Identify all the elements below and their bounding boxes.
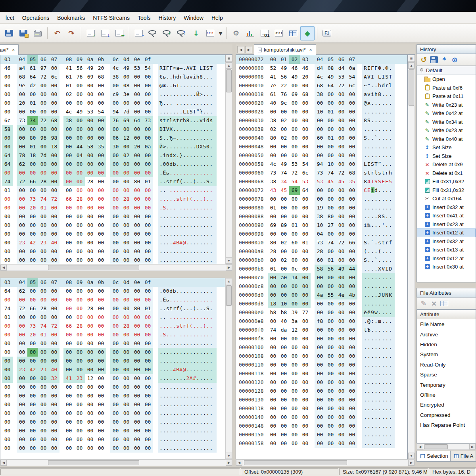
hex-byte[interactable]: 00 (336, 422, 347, 430)
hex-byte[interactable]: 00 (110, 296, 121, 304)
hex-byte[interactable]: 00 (2, 212, 13, 221)
hex-byte[interactable]: 00 (63, 435, 74, 444)
hex-byte[interactable]: 00 (110, 256, 121, 264)
hex-byte[interactable]: 00 (142, 134, 153, 142)
hex-byte[interactable]: 00 (268, 142, 278, 151)
hex-byte[interactable]: 10 (325, 160, 336, 169)
hex-byte[interactable]: 00 (85, 256, 96, 264)
hex-byte[interactable]: 00 (336, 430, 347, 439)
hex-byte[interactable]: 00 (289, 195, 300, 203)
ascii-column[interactable]: LIST”... (362, 160, 395, 169)
hex-byte[interactable]: 00 (121, 221, 132, 230)
horizontal-scrollbar[interactable] (0, 459, 232, 466)
hex-byte[interactable]: 00 (300, 221, 311, 230)
hex-byte[interactable]: 62 (17, 160, 27, 169)
hex-byte[interactable]: 00 (142, 374, 153, 383)
hex-byte[interactable]: 80 (27, 134, 38, 142)
hex-byte[interactable]: 00 (96, 330, 106, 339)
history-item[interactable]: ✎Write 0x34 at (417, 118, 476, 127)
hex-byte[interactable]: 00 (132, 400, 142, 409)
hex-byte[interactable]: 00 (85, 287, 96, 296)
hex-byte[interactable]: 00 (347, 343, 357, 352)
hex-byte[interactable]: 00 (2, 296, 13, 304)
hex-byte[interactable]: 00 (27, 392, 38, 400)
ascii-column[interactable]: .00db........... (158, 287, 217, 296)
hex-byte[interactable]: 00 (38, 348, 49, 357)
hex-byte[interactable]: 00 (27, 247, 38, 256)
hex-byte[interactable]: 00 (74, 435, 85, 444)
hex-byte[interactable]: 00 (132, 221, 142, 230)
import-document-icon[interactable]: ↓ (98, 26, 112, 40)
hex-byte[interactable]: 00 (132, 134, 142, 142)
hex-byte[interactable]: 68 (315, 81, 325, 90)
hex-byte[interactable]: 00 (49, 99, 60, 107)
ascii-column[interactable]: avih8... (362, 90, 395, 99)
hex-byte[interactable]: 64 (325, 81, 336, 90)
hex-byte[interactable]: 01 (2, 313, 13, 322)
hex-byte[interactable]: 00 (121, 212, 132, 221)
hex-byte[interactable]: 73 (27, 322, 38, 330)
ascii-column[interactable]: RIFF¤a–.AVI LIST (158, 64, 217, 73)
hex-byte[interactable]: a0 (278, 273, 289, 282)
hex-byte[interactable]: 61 (268, 90, 278, 99)
hex-byte[interactable]: 00 (300, 369, 311, 378)
ascii-column[interactable]: ................ (158, 221, 217, 230)
hex-byte[interactable]: 00 (27, 374, 38, 383)
scrollbar-thumb[interactable] (409, 69, 414, 106)
hex-byte[interactable]: 49 (85, 64, 96, 73)
history-item[interactable]: Insert 0x12 at (417, 228, 476, 237)
ascii-column[interactable]: Ѕ.`.strf (362, 238, 395, 247)
hex-byte[interactable]: 00 (347, 369, 357, 378)
hex-byte[interactable]: 00 (289, 107, 300, 116)
fa-delete-icon[interactable]: × (429, 299, 439, 308)
hex-byte[interactable]: 00 (336, 326, 347, 334)
ascii-column[interactable]: ........ (362, 422, 395, 430)
hex-byte[interactable]: 00 (268, 343, 278, 352)
hex-byte[interactable]: 68 (347, 169, 357, 177)
hex-byte[interactable]: 28 (268, 247, 278, 256)
hex-byte[interactable]: 00 (142, 400, 153, 409)
hex-byte[interactable]: 00 (17, 330, 27, 339)
hex-byte[interactable]: 00 (121, 409, 132, 418)
hex-byte[interactable]: 00 (2, 238, 13, 247)
hex-byte[interactable]: 00 (2, 365, 13, 374)
hex-byte[interactable]: 00 (63, 357, 74, 365)
menu-history[interactable]: History (155, 13, 180, 23)
hex-byte[interactable]: 00 (74, 169, 85, 177)
hex-byte[interactable]: 00 (278, 107, 289, 116)
hex-byte[interactable]: 00 (85, 418, 96, 426)
attribute-row[interactable]: File Name (417, 319, 476, 329)
hex-byte[interactable]: 00 (268, 422, 278, 430)
hex-byte[interactable]: 00 (315, 439, 325, 448)
attribute-row[interactable]: Encrypted (417, 400, 476, 410)
hex-byte[interactable]: 00 (49, 230, 60, 238)
hex-byte[interactable]: 00 (110, 230, 121, 238)
hex-byte[interactable]: 38 (315, 90, 325, 99)
hex-byte[interactable]: 61 (63, 73, 74, 81)
hex-byte[interactable]: 00 (300, 395, 311, 404)
hex-byte[interactable]: 00 (17, 221, 27, 230)
hex-byte[interactable]: 00 (38, 296, 49, 304)
hex-byte[interactable]: 00 (300, 247, 311, 256)
hex-pane-bottom-left[interactable]: 030405060708090a0b0c0d0e0f64620000000000… (0, 278, 225, 459)
hex-byte[interactable]: 18 (27, 151, 38, 160)
hex-byte[interactable]: 00 (110, 304, 121, 313)
hex-byte[interactable]: 00 (63, 99, 74, 107)
hex-byte[interactable]: 00 (96, 374, 106, 383)
hex-byte[interactable]: 00 (268, 378, 278, 387)
hex-byte[interactable]: 72 (336, 238, 347, 247)
hex-byte[interactable]: 00 (49, 247, 60, 256)
hex-byte[interactable]: 00 (49, 64, 60, 73)
scroll-right-icon[interactable] (469, 444, 476, 449)
hex-byte[interactable]: 00 (27, 444, 38, 453)
ascii-column[interactable]: ................ (158, 348, 217, 357)
pane-splitter[interactable] (0, 271, 232, 278)
hex-byte[interactable]: 00 (142, 256, 153, 264)
menu-bookmarks[interactable]: Bookmarks (53, 13, 89, 23)
hex-byte[interactable]: 00 (49, 444, 60, 453)
hex-byte[interactable]: 00 (63, 212, 74, 221)
hex-byte[interactable]: 00 (110, 313, 121, 322)
hex-byte[interactable]: 00 (110, 426, 121, 435)
hex-byte[interactable]: 00 (278, 439, 289, 448)
hex-byte[interactable]: 00 (300, 439, 311, 448)
